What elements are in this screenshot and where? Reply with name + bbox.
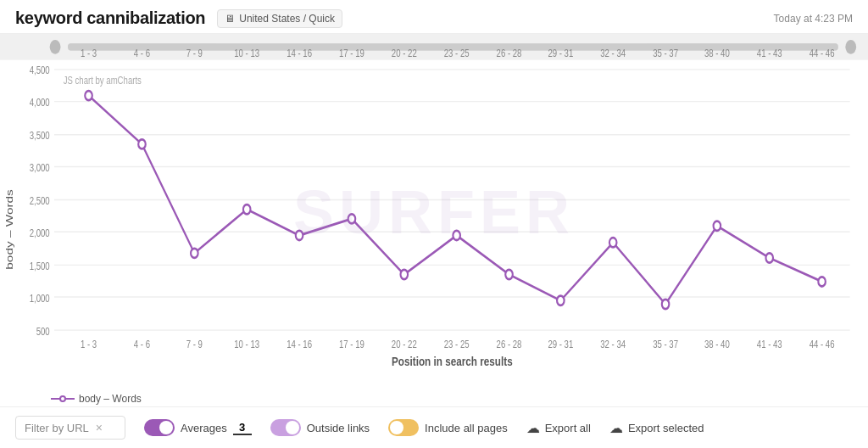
svg-text:1 - 3: 1 - 3 bbox=[81, 47, 97, 58]
legend-area: body – Words bbox=[0, 389, 868, 406]
averages-toggle[interactable] bbox=[144, 419, 175, 436]
svg-text:body – Words: body – Words bbox=[4, 189, 15, 270]
filter-url-box[interactable]: Filter by URL × bbox=[15, 416, 125, 440]
export-selected-button[interactable]: ☁ Export selected bbox=[609, 420, 704, 436]
filter-url-clear-button[interactable]: × bbox=[96, 421, 103, 434]
outside-links-label: Outside links bbox=[307, 422, 370, 434]
svg-text:26 - 28: 26 - 28 bbox=[497, 47, 522, 58]
averages-input[interactable] bbox=[233, 421, 252, 435]
svg-text:4,500: 4,500 bbox=[30, 64, 50, 76]
svg-point-62 bbox=[348, 214, 356, 223]
outside-links-control: Outside links bbox=[270, 419, 370, 436]
export-selected-icon: ☁ bbox=[609, 420, 623, 436]
svg-text:41 - 43: 41 - 43 bbox=[757, 47, 782, 58]
svg-point-61 bbox=[296, 231, 303, 240]
legend-label: body – Words bbox=[79, 393, 142, 405]
svg-text:44 - 46: 44 - 46 bbox=[810, 47, 835, 58]
svg-text:3,000: 3,000 bbox=[30, 162, 50, 173]
svg-text:1,000: 1,000 bbox=[30, 292, 50, 303]
svg-text:32 - 34: 32 - 34 bbox=[600, 47, 626, 58]
include-all-pages-toggle-knob bbox=[390, 421, 403, 434]
export-all-button[interactable]: ☁ Export all bbox=[526, 420, 591, 436]
svg-text:7 - 9: 7 - 9 bbox=[186, 339, 203, 350]
svg-text:26 - 28: 26 - 28 bbox=[497, 339, 522, 350]
outside-links-toggle-knob bbox=[286, 421, 299, 434]
legend-item-body-words: body – Words bbox=[51, 393, 142, 405]
svg-text:29 - 31: 29 - 31 bbox=[548, 339, 573, 350]
include-all-pages-label: Include all pages bbox=[425, 422, 508, 434]
svg-text:17 - 19: 17 - 19 bbox=[339, 339, 364, 350]
svg-text:17 - 19: 17 - 19 bbox=[339, 47, 364, 58]
svg-text:Position in search results: Position in search results bbox=[392, 355, 513, 369]
svg-point-64 bbox=[453, 231, 460, 240]
averages-toggle-knob bbox=[159, 421, 173, 434]
svg-text:3,500: 3,500 bbox=[30, 130, 50, 141]
include-all-pages-control: Include all pages bbox=[388, 419, 508, 436]
svg-point-68 bbox=[662, 300, 670, 309]
include-all-pages-toggle[interactable] bbox=[388, 419, 419, 436]
header: keyword cannibalization 🖥 United States … bbox=[0, 0, 868, 34]
svg-text:23 - 25: 23 - 25 bbox=[444, 339, 470, 350]
averages-label: Averages bbox=[181, 422, 227, 434]
outside-links-toggle[interactable] bbox=[270, 419, 301, 436]
header-left: keyword cannibalization 🖥 United States … bbox=[15, 8, 342, 28]
svg-text:1 - 3: 1 - 3 bbox=[81, 339, 97, 350]
svg-text:14 - 16: 14 - 16 bbox=[287, 339, 312, 350]
averages-control: Averages bbox=[144, 419, 252, 436]
page-title: keyword cannibalization bbox=[15, 8, 205, 28]
svg-point-67 bbox=[609, 238, 617, 247]
chart-svg: 1 - 3 4 - 6 7 - 9 10 - 13 14 - 16 17 - 1… bbox=[0, 34, 868, 389]
svg-text:7 - 9: 7 - 9 bbox=[186, 47, 203, 58]
svg-text:4 - 6: 4 - 6 bbox=[134, 339, 150, 350]
monitor-icon: 🖥 bbox=[225, 13, 235, 25]
bottom-toolbar: Filter by URL × Averages Outside links I… bbox=[0, 406, 868, 448]
timestamp: Today at 4:23 PM bbox=[774, 13, 853, 25]
filter-url-label: Filter by URL bbox=[25, 422, 89, 434]
svg-text:35 - 37: 35 - 37 bbox=[653, 339, 678, 350]
svg-point-71 bbox=[818, 277, 826, 286]
svg-text:4,000: 4,000 bbox=[30, 97, 50, 108]
svg-text:44 - 46: 44 - 46 bbox=[810, 339, 835, 350]
svg-text:14 - 16: 14 - 16 bbox=[287, 47, 312, 58]
export-selected-label: Export selected bbox=[628, 422, 704, 434]
svg-point-57 bbox=[85, 91, 92, 100]
svg-text:38 - 40: 38 - 40 bbox=[704, 339, 730, 350]
svg-text:41 - 43: 41 - 43 bbox=[757, 339, 782, 350]
svg-text:4 - 6: 4 - 6 bbox=[134, 47, 150, 58]
svg-text:29 - 31: 29 - 31 bbox=[548, 47, 573, 58]
svg-text:10 - 13: 10 - 13 bbox=[234, 339, 259, 350]
location-text: United States / Quick bbox=[239, 13, 335, 25]
svg-text:38 - 40: 38 - 40 bbox=[704, 47, 730, 58]
svg-point-65 bbox=[505, 270, 513, 279]
svg-point-59 bbox=[191, 249, 198, 258]
svg-text:20 - 22: 20 - 22 bbox=[392, 47, 417, 58]
location-badge: 🖥 United States / Quick bbox=[217, 9, 342, 28]
app-container: keyword cannibalization 🖥 United States … bbox=[0, 0, 868, 448]
svg-point-60 bbox=[243, 204, 251, 214]
svg-text:2,000: 2,000 bbox=[30, 227, 50, 238]
export-all-label: Export all bbox=[545, 422, 591, 434]
svg-point-69 bbox=[714, 221, 721, 231]
svg-text:JS chart by amCharts: JS chart by amCharts bbox=[64, 74, 142, 85]
svg-rect-2 bbox=[50, 40, 61, 54]
svg-text:10 - 13: 10 - 13 bbox=[234, 47, 259, 58]
svg-text:35 - 37: 35 - 37 bbox=[653, 47, 678, 58]
svg-point-70 bbox=[765, 253, 773, 262]
chart-area: SURFER 1 - 3 4 - 6 7 - 9 10 - 13 14 - 16… bbox=[0, 34, 868, 389]
svg-text:32 - 34: 32 - 34 bbox=[600, 339, 626, 350]
svg-point-58 bbox=[138, 139, 146, 148]
svg-point-66 bbox=[557, 296, 565, 305]
svg-rect-0 bbox=[0, 34, 868, 389]
svg-text:500: 500 bbox=[36, 326, 50, 337]
svg-text:20 - 22: 20 - 22 bbox=[392, 339, 417, 350]
svg-point-63 bbox=[401, 270, 409, 279]
export-all-icon: ☁ bbox=[526, 420, 540, 436]
svg-rect-3 bbox=[845, 40, 856, 54]
svg-text:2,500: 2,500 bbox=[30, 195, 50, 206]
svg-text:23 - 25: 23 - 25 bbox=[444, 47, 470, 58]
svg-text:1,500: 1,500 bbox=[30, 260, 50, 272]
